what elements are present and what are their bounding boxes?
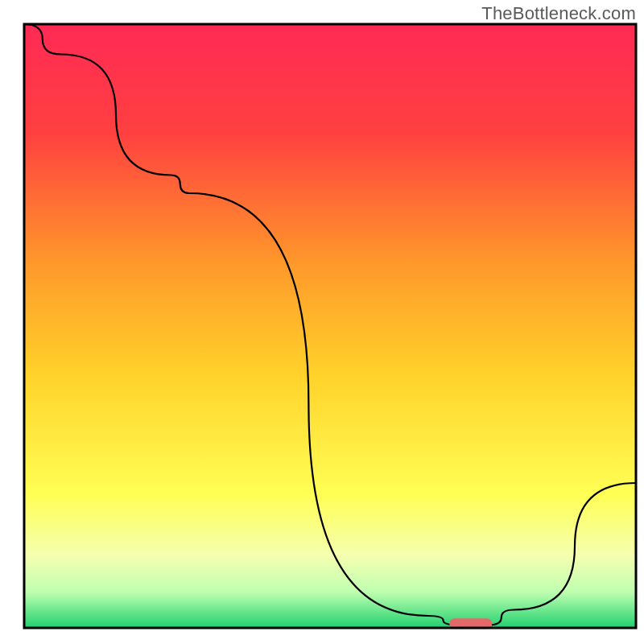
watermark-text: TheBottleneck.com	[481, 3, 636, 24]
chart-container: TheBottleneck.com	[0, 0, 644, 644]
bottleneck-chart	[0, 0, 644, 644]
